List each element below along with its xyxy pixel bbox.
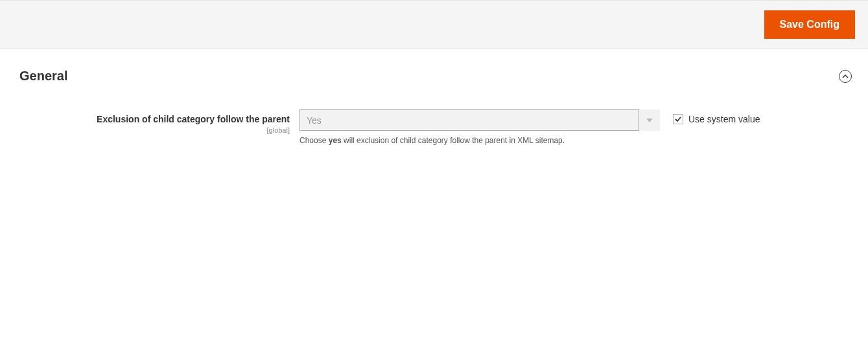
chevron-down-icon bbox=[646, 118, 653, 122]
collapse-section-icon[interactable] bbox=[839, 70, 852, 83]
field-note: Choose yes will exclusion of child categ… bbox=[299, 136, 660, 145]
section-title: General bbox=[19, 69, 67, 84]
field-label-column: Exclusion of child category follow the p… bbox=[19, 109, 299, 134]
checkmark-icon bbox=[674, 115, 682, 123]
header-bar: Save Config bbox=[0, 0, 868, 49]
note-suffix: will exclusion of child category follow … bbox=[342, 136, 565, 145]
content-area: General Exclusion of child category foll… bbox=[0, 49, 868, 171]
field-checkbox-column: Use system value bbox=[660, 109, 760, 124]
section-header: General bbox=[19, 69, 855, 84]
field-row-exclusion: Exclusion of child category follow the p… bbox=[19, 109, 855, 145]
field-control-column: Yes Choose yes will exclusion of child c… bbox=[299, 109, 660, 145]
select-wrapper: Yes bbox=[299, 109, 660, 131]
chevron-up-icon bbox=[842, 73, 849, 80]
note-prefix: Choose bbox=[299, 136, 329, 145]
use-system-value-label[interactable]: Use system value bbox=[688, 114, 760, 124]
note-bold: yes bbox=[329, 136, 342, 145]
use-system-value-checkbox[interactable] bbox=[673, 114, 683, 124]
exclusion-select: Yes bbox=[299, 109, 660, 131]
select-arrow bbox=[639, 109, 660, 131]
save-config-button[interactable]: Save Config bbox=[764, 10, 855, 39]
field-label: Exclusion of child category follow the p… bbox=[97, 114, 290, 124]
select-value: Yes bbox=[307, 115, 322, 126]
field-scope: [global] bbox=[19, 126, 290, 134]
